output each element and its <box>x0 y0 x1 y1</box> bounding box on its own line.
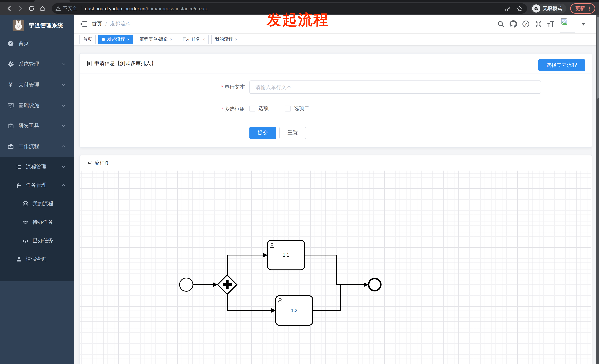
breadcrumb-current: 发起流程 <box>110 21 131 27</box>
warning-icon <box>55 6 61 11</box>
field-label-checkboxgroup: *多选框组 <box>80 106 245 113</box>
url-divider <box>81 6 81 11</box>
sidebar-item-done-tasks[interactable]: 已办任务 <box>0 231 74 250</box>
tab-create-process[interactable]: 发起流程 × <box>98 34 133 44</box>
eye-icon <box>22 219 29 226</box>
sidebar-item-my-processes[interactable]: 我的流程 <box>0 195 74 213</box>
github-icon[interactable] <box>510 20 517 28</box>
bpmn-start-event[interactable] <box>180 278 193 291</box>
bpmn-end-event[interactable] <box>369 279 381 291</box>
flow-gateway-task1[interactable] <box>227 255 263 275</box>
checkbox-group: 选项一 选项二 <box>249 105 309 112</box>
sidebar-item-task-mgmt[interactable]: 任务管理 <box>0 176 74 195</box>
tab-label: 首页 <box>83 36 92 42</box>
eye-closed-icon <box>22 237 29 244</box>
tab-done-tasks[interactable]: 已办任务 × <box>179 34 209 44</box>
field-label-text: *单行文本 <box>80 84 245 90</box>
breadcrumb: 首页 / 发起流程 <box>92 21 131 27</box>
browser-menu-icon[interactable]: ⋮ <box>587 6 592 11</box>
flow-task2-end[interactable] <box>313 285 340 311</box>
single-line-text-input[interactable] <box>249 80 541 94</box>
sidebar-item-home[interactable]: 首页 <box>0 33 74 54</box>
image-icon <box>87 160 92 166</box>
checkbox-label: 选项二 <box>294 105 309 112</box>
sidebar-item-workflow[interactable]: 工作流程 <box>0 136 74 157</box>
avatar[interactable] <box>560 17 575 32</box>
toolbox-icon <box>7 123 14 129</box>
sidebar-item-label: 系统管理 <box>18 61 39 68</box>
sidebar-item-todo-tasks[interactable]: 待办任务 <box>0 213 74 231</box>
reload-icon[interactable] <box>26 4 36 13</box>
back-icon[interactable] <box>4 4 14 13</box>
tab-form-edit[interactable]: 流程表单-编辑 × <box>136 34 176 44</box>
robot-icon <box>22 201 29 207</box>
security-status[interactable]: 不安全 <box>55 5 77 12</box>
flow-task1-end[interactable] <box>305 255 364 285</box>
close-icon[interactable]: × <box>170 37 173 42</box>
chevron-up-icon <box>61 144 66 149</box>
font-size-icon[interactable] <box>547 20 555 28</box>
tab-label: 已办任务 <box>183 36 200 42</box>
chevron-down-icon <box>61 83 66 87</box>
checkbox-icon[interactable] <box>285 106 291 111</box>
annotation-text: 发起流程 <box>267 10 329 30</box>
submit-button[interactable]: 提交 <box>249 127 276 139</box>
page-scrollbar[interactable] <box>596 15 599 364</box>
hamburger-icon[interactable] <box>80 21 87 27</box>
sidebar-item-payment[interactable]: ¥ 支付管理 <box>0 75 74 95</box>
incognito-icon <box>532 4 540 13</box>
toolbox-icon <box>7 143 14 150</box>
tab-label: 我的流程 <box>215 36 233 42</box>
sidebar-item-devtools[interactable]: 研发工具 <box>0 116 74 136</box>
fullscreen-icon[interactable] <box>535 20 542 28</box>
checkbox-icon[interactable] <box>249 106 255 111</box>
chevron-down-icon <box>61 62 66 67</box>
sidebar-item-infra[interactable]: 基础设施 <box>0 95 74 116</box>
bookmark-star-icon[interactable] <box>516 5 523 12</box>
sidebar-item-leave-query[interactable]: 请假查询 <box>0 250 74 268</box>
checkbox-option-1[interactable]: 选项一 <box>249 105 274 112</box>
apply-info-card: 申请信息【测试多审批人】 选择其它流程 *单行文本 *多选框组 选项一 选项二 … <box>79 53 592 148</box>
tab-my-processes[interactable]: 我的流程 × <box>211 34 241 44</box>
scrollbar-thumb[interactable] <box>597 17 599 99</box>
user-icon <box>16 256 22 262</box>
sidebar-item-label: 请假查询 <box>26 256 47 262</box>
dashboard-icon <box>7 40 14 47</box>
update-button[interactable]: 更新 ⋮ <box>570 3 595 14</box>
sidebar-item-label: 研发工具 <box>18 123 39 129</box>
checkbox-option-2[interactable]: 选项二 <box>285 105 309 112</box>
tab-label: 流程表单-编辑 <box>140 36 168 42</box>
breadcrumb-separator: / <box>105 21 107 27</box>
reset-button[interactable]: 重置 <box>279 127 306 139</box>
forward-icon[interactable] <box>16 4 25 13</box>
apply-info-title: 申请信息【测试多审批人】 <box>94 60 156 67</box>
bpmn-canvas[interactable]: 1.1 1.2 <box>80 170 591 364</box>
page-header: 首页 / 发起流程 ? <box>74 15 599 34</box>
breadcrumb-home[interactable]: 首页 <box>92 21 102 27</box>
flow-gateway-task2[interactable] <box>227 294 271 311</box>
close-icon[interactable]: × <box>203 37 205 42</box>
app-logo-row[interactable]: 芋道管理系统 <box>0 15 74 36</box>
tab-home[interactable]: 首页 <box>79 34 96 44</box>
required-asterisk: * <box>221 84 223 90</box>
chevron-down-icon <box>61 103 66 108</box>
close-icon[interactable]: × <box>235 37 238 42</box>
search-icon[interactable] <box>497 20 504 28</box>
monitor-icon <box>7 102 14 109</box>
bpmn-user-task-1-2[interactable]: 1.2 <box>276 296 313 325</box>
password-key-icon[interactable] <box>504 5 511 12</box>
avatar-caret-icon[interactable] <box>581 23 586 25</box>
close-icon[interactable]: × <box>127 37 130 42</box>
help-icon[interactable]: ? <box>522 20 529 28</box>
incognito-badge: 无痕模式 <box>531 4 566 13</box>
chevron-down-icon <box>61 124 66 128</box>
browser-active-tab[interactable] <box>34 0 70 2</box>
pick-other-process-button[interactable]: 选择其它流程 <box>538 59 585 71</box>
sidebar-item-system[interactable]: 系统管理 <box>0 54 74 75</box>
sidebar-item-label: 首页 <box>18 40 29 47</box>
home-icon[interactable] <box>38 4 47 13</box>
sidebar-item-process-mgmt[interactable]: 流程管理 <box>0 158 74 176</box>
bpmn-user-task-1-1[interactable]: 1.1 <box>268 240 305 270</box>
bpmn-parallel-gateway[interactable] <box>218 275 237 294</box>
sidebar-item-label: 工作流程 <box>18 143 39 150</box>
